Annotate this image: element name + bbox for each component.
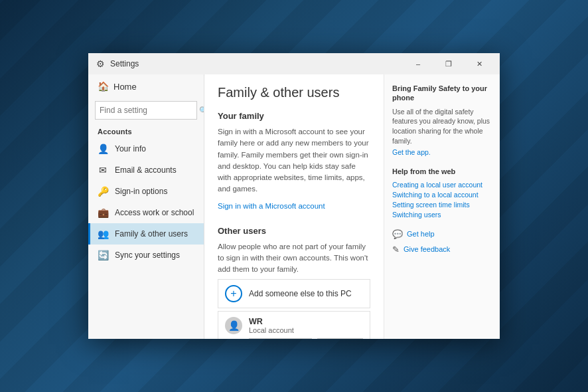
get-help-icon: 💬 xyxy=(392,229,403,239)
other-users-section: Other users Allow people who are not par… xyxy=(218,226,370,340)
add-user-row[interactable]: + Add someone else to this PC xyxy=(218,279,370,308)
search-input[interactable] xyxy=(100,106,199,115)
family-icon: 👥 xyxy=(98,229,108,239)
other-users-title: Other users xyxy=(218,226,370,236)
title-bar-left: ⚙ Settings xyxy=(96,58,139,69)
add-user-icon: + xyxy=(225,285,242,302)
main-content: Family & other users Your family Sign in… xyxy=(204,74,384,339)
give-feedback-icon: ✎ xyxy=(392,245,400,254)
sign-in-icon: 🔑 xyxy=(98,186,108,197)
close-button[interactable]: ✕ xyxy=(464,53,494,74)
sidebar-item-your-info-label: Your info xyxy=(115,144,146,153)
sidebar-item-your-info[interactable]: 👤 Your info xyxy=(88,138,204,159)
sidebar-home-button[interactable]: 🏠 Home xyxy=(88,74,204,98)
get-app-link[interactable]: Get the app. xyxy=(392,148,492,156)
sidebar-item-sync[interactable]: 🔄 Sync your settings xyxy=(88,245,204,266)
sidebar-item-sign-in-label: Sign-in options xyxy=(115,187,167,196)
minimize-button[interactable]: – xyxy=(403,53,433,74)
page-title: Family & other users xyxy=(218,85,370,100)
title-bar: ⚙ Settings – ❐ ✕ xyxy=(88,53,500,74)
settings-window-icon: ⚙ xyxy=(96,58,105,69)
your-family-title: Your family xyxy=(218,111,370,121)
sidebar-item-family-users[interactable]: 👥 Family & other users xyxy=(88,223,204,245)
link-screen-time[interactable]: Setting screen time limits xyxy=(392,201,492,209)
window-body: 🏠 Home 🔍 Accounts 👤 Your info ✉ Email & … xyxy=(88,74,500,339)
home-label: Home xyxy=(113,82,137,92)
help-from-web-section: Help from the web Creating a local user … xyxy=(392,167,492,218)
user-account-type: Local account xyxy=(249,326,294,334)
get-help-label: Get help xyxy=(407,230,435,238)
your-info-icon: 👤 xyxy=(98,144,108,154)
other-users-body: Allow people who are not part of your fa… xyxy=(218,241,370,276)
add-user-label: Add someone else to this PC xyxy=(249,289,352,298)
your-family-body: Sign in with a Microsoft account to see … xyxy=(218,126,370,195)
family-safety-section: Bring Family Safety to your phone Use al… xyxy=(392,84,492,156)
give-feedback-label: Give feedback xyxy=(404,245,450,253)
user-name: WR xyxy=(249,317,294,326)
title-bar-controls: – ❐ ✕ xyxy=(403,53,494,74)
change-account-type-button[interactable]: Change account type xyxy=(249,338,312,339)
get-help-item[interactable]: 💬 Get help xyxy=(392,229,492,239)
sidebar-item-access-work[interactable]: 💼 Access work or school xyxy=(88,202,204,223)
email-icon: ✉ xyxy=(98,165,108,175)
home-icon: 🏠 xyxy=(98,81,108,92)
link-switching-users[interactable]: Switching users xyxy=(392,211,492,219)
settings-window: ⚙ Settings – ❐ ✕ 🏠 Home 🔍 Accounts 👤 You… xyxy=(88,53,500,339)
user-row-top: 👤 WR Local account xyxy=(225,317,363,334)
sidebar-item-family-label: Family & other users xyxy=(115,229,188,239)
remove-user-button[interactable]: Remove xyxy=(317,338,363,339)
user-row: 👤 WR Local account Change account type R… xyxy=(218,311,370,339)
link-local-account[interactable]: Switching to a local account xyxy=(392,191,492,199)
right-panel: Bring Family Safety to your phone Use al… xyxy=(384,74,500,339)
family-safety-title: Bring Family Safety to your phone xyxy=(392,84,492,103)
search-box: 🔍 xyxy=(95,101,197,120)
restore-button[interactable]: ❐ xyxy=(433,53,464,74)
help-web-title: Help from the web xyxy=(392,167,492,176)
link-local-user[interactable]: Creating a local user account xyxy=(392,181,492,189)
give-feedback-item[interactable]: ✎ Give feedback xyxy=(392,245,492,254)
sidebar-item-access-work-label: Access work or school xyxy=(115,208,194,217)
sidebar-section-label: Accounts xyxy=(88,125,204,138)
family-safety-body: Use all of the digital safety features y… xyxy=(392,107,492,146)
search-icon: 🔍 xyxy=(199,106,204,115)
user-info: WR Local account xyxy=(249,317,294,334)
sidebar: 🏠 Home 🔍 Accounts 👤 Your info ✉ Email & … xyxy=(88,74,204,339)
sidebar-item-email-label: Email & accounts xyxy=(115,165,177,175)
title-bar-title: Settings xyxy=(110,59,139,68)
access-work-icon: 💼 xyxy=(98,207,108,218)
sidebar-item-email-accounts[interactable]: ✉ Email & accounts xyxy=(88,159,204,181)
sync-icon: 🔄 xyxy=(98,250,108,260)
user-row-buttons: Change account type Remove xyxy=(225,338,363,339)
sidebar-item-sync-label: Sync your settings xyxy=(115,250,180,260)
sidebar-item-sign-in[interactable]: 🔑 Sign-in options xyxy=(88,181,204,202)
avatar: 👤 xyxy=(225,317,242,334)
sign-in-microsoft-link[interactable]: Sign in with a Microsoft account xyxy=(218,202,325,210)
